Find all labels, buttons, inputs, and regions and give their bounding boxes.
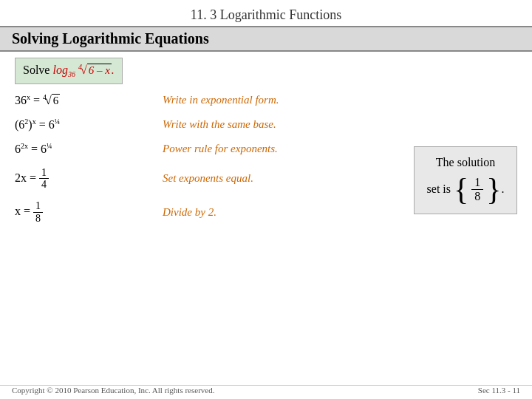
step-desc-4: Set exponents equal.: [163, 172, 253, 185]
step-desc-3: Power rule for exponents.: [163, 143, 278, 155]
solve-text: Solve: [23, 64, 52, 76]
section-header: Solving Logarithmic Equations: [0, 26, 532, 52]
solution-fraction: 1 8: [471, 176, 483, 203]
step-math-5: x = 18: [15, 200, 148, 224]
slide-number: Sec 11.3 - 11: [478, 386, 520, 395]
copyright: Copyright © 2010 Pearson Education, Inc.…: [12, 386, 214, 395]
solve-expression: log36 4√6 – x.: [52, 64, 114, 76]
step-math-3: 62x = 6¼: [15, 142, 148, 156]
step-row-2: (62)x = 6¼ Write with the same base.: [15, 117, 502, 132]
page-title: 11. 3 Logarithmic Functions: [0, 0, 532, 26]
left-brace: {: [454, 174, 468, 205]
solution-numerator: 1: [471, 176, 483, 190]
solution-set: set is { 1 8 } .: [426, 174, 505, 205]
step-row-1: 36x = 4√6 Write in exponential form.: [15, 93, 502, 107]
step-math-2: (62)x = 6¼: [15, 117, 148, 132]
solution-text-line1: The solution: [426, 156, 505, 169]
step-math-4: 2x = 14: [15, 167, 148, 191]
footer: Copyright © 2010 Pearson Education, Inc.…: [0, 385, 532, 395]
step-desc-2: Write with the same base.: [163, 118, 276, 131]
right-brace: }: [486, 174, 501, 205]
step-math-1: 36x = 4√6: [15, 93, 148, 107]
solve-prompt: Solve log36 4√6 – x.: [15, 58, 123, 84]
period: .: [501, 183, 504, 196]
step-desc-5: Divide by 2.: [163, 206, 216, 219]
content-area: Solve log36 4√6 – x. 36x = 4√6 Write in …: [0, 58, 532, 234]
solution-box: The solution set is { 1 8 } .: [414, 146, 517, 214]
solution-denominator: 8: [471, 190, 483, 203]
step-desc-1: Write in exponential form.: [163, 94, 279, 106]
solution-text-line2: set is: [427, 183, 451, 196]
